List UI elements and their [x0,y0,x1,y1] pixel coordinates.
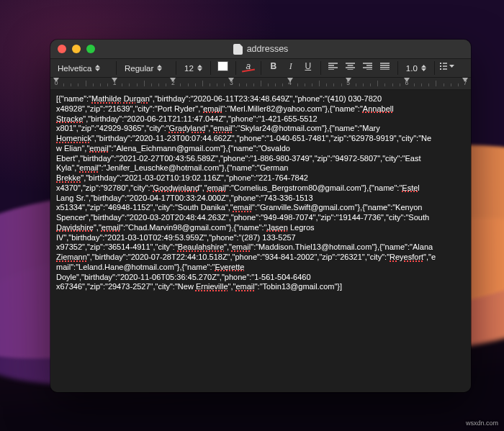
svg-marker-30 [449,65,454,68]
text-line: Kyla","email":"Jenifer_Leuschke@hotmail.… [56,163,465,173]
svg-marker-23 [421,68,426,71]
line-spacing-value: 1.0 [406,64,418,73]
svg-rect-25 [440,65,441,67]
underline-button[interactable]: U [301,59,315,73]
ruler-caret-icon [170,78,176,82]
ruler-caret-icon [287,78,293,82]
text-line: w Elian","email":"Alena_Eichmann@gmail.c… [56,144,465,154]
text-line: Stracke","birthday":"2020-06-21T21:11:47… [56,114,465,124]
ruler-caret-icon [112,78,117,82]
text-line: x4370","zip":"92780","city":"Goodwinland… [56,183,465,194]
text-line: Doyle","birthday":"2020-11-06T05:36:45.2… [56,273,465,283]
text-line: Ziemann","birthday":"2020-07-28T22:44:10… [56,253,465,263]
font-style-value: Regular [125,64,153,73]
italic-button[interactable]: I [284,59,298,73]
text-line: x67346","zip":"29473-2527","city":"New E… [56,282,465,292]
svg-marker-0 [95,65,100,68]
chevron-down-icon [449,65,454,68]
align-center-icon [346,63,355,70]
text-line: mail":"Leland.Hane@hotmail.com"},{"name"… [56,263,465,273]
text-line: x801","zip":"42929-9365","city":"Gradyla… [56,124,465,134]
watermark: wsxdn.com [466,419,498,427]
align-center-button[interactable] [343,59,358,73]
font-style-dropdown[interactable]: Regular [122,59,171,77]
traffic-lights [58,45,95,53]
ruler-caret-icon [462,78,468,82]
chevron-updown-icon [157,65,162,71]
text-line: x48928","zip":"21639","city":"Port Ryder… [56,104,465,114]
ruler-caret-icon [346,78,351,82]
svg-marker-2 [157,65,162,68]
svg-marker-3 [157,68,162,71]
svg-rect-26 [440,68,441,70]
format-toolbar: Helvetica Regular 12 a [50,59,471,78]
chevron-updown-icon [197,65,202,71]
text-line: Lang Sr.","birthday":"2020-04-17T00:33:2… [56,194,465,204]
svg-marker-1 [95,68,100,71]
text-color-button[interactable] [216,59,230,73]
text-line: IV","birthday":"2021-03-10T02:49:53.959Z… [56,233,465,243]
minimize-button[interactable] [72,45,81,53]
svg-marker-22 [421,65,426,68]
bold-button[interactable]: B [266,59,281,73]
text-line: x51334","zip":"46948-1152","city":"South… [56,203,465,213]
text-line: Ebert","birthday":"2021-02-27T00:43:56.5… [56,154,465,164]
font-family-value: Helvetica [58,64,91,73]
document-content[interactable]: [{"name":"Mathilde Durgan","birthday":"2… [50,90,471,392]
svg-marker-5 [197,68,202,71]
document-icon [233,44,243,55]
titlebar[interactable]: addresses [50,40,471,59]
text-line: Brekke","birthday":"2021-03-02T10:19:02.… [56,173,465,183]
style-reset-button[interactable]: a [241,59,256,73]
align-justify-button[interactable] [378,59,392,73]
font-family-dropdown[interactable]: Helvetica [55,59,111,77]
list-icon [440,63,447,70]
svg-rect-24 [440,63,441,64]
text-line: x97352","zip":"36514-4911","city":"Beaul… [56,242,465,253]
font-size-value: 12 [184,64,194,73]
text-line: Spencer","birthday":"2020-03-20T20:48:44… [56,213,465,223]
text-line: Homenick","birthday":"2020-11-23T00:07:4… [56,134,465,144]
line-spacing-dropdown[interactable]: 1.0 [403,59,429,77]
text-line: [{"name":"Mathilde Durgan","birthday":"2… [56,94,465,104]
textedit-window: addresses Helvetica Regular 12 [50,40,471,392]
align-left-button[interactable] [326,59,341,73]
ruler-caret-icon [53,78,59,82]
ruler-caret-icon [404,78,410,82]
align-left-icon [328,63,338,70]
list-style-button[interactable] [440,59,454,73]
align-justify-icon [380,63,390,70]
ruler[interactable]: 01234567 [50,78,471,90]
chevron-updown-icon [95,65,100,71]
font-size-dropdown[interactable]: 12 [181,59,205,77]
window-title: addresses [247,44,289,54]
chevron-updown-icon [421,65,426,71]
maximize-button[interactable] [86,45,95,53]
ruler-caret-icon [228,78,234,82]
align-right-icon [363,63,372,70]
color-swatch-icon [217,61,228,71]
close-button[interactable] [58,45,66,53]
svg-marker-4 [197,65,202,68]
text-line: Davidshire","email":"Chad.Marvin98@gmail… [56,223,465,233]
align-right-button[interactable] [361,59,375,73]
